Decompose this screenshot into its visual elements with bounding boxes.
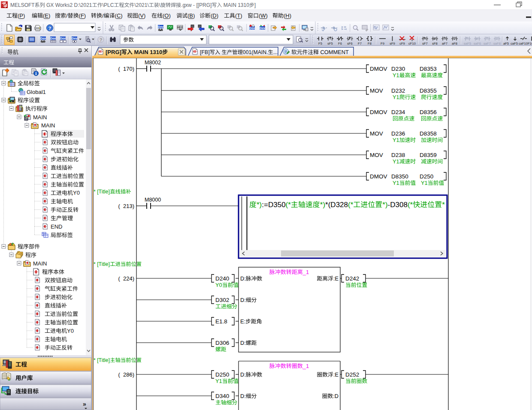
svg-text:Dev: Dev <box>249 27 255 30</box>
svg-text:D240: D240 <box>215 275 229 282</box>
svg-text:/: / <box>66 12 68 19</box>
svg-text:( 224): ( 224) <box>118 275 134 282</box>
svg-text:*: * <box>442 201 445 209</box>
svg-text:\PLC: \PLC <box>103 2 114 8</box>
svg-text:D236: D236 <box>391 130 405 137</box>
svg-text:_1: _1 <box>302 269 309 275</box>
svg-text:»: » <box>83 401 86 407</box>
svg-text:DMOV: DMOV <box>370 173 387 180</box>
svg-text::E: :E <box>333 275 339 282</box>
svg-text:D:: D: <box>240 371 246 378</box>
svg-text:(O): (O) <box>163 12 171 19</box>
svg-text:(*: (* <box>408 201 413 209</box>
svg-text:D232: D232 <box>391 87 405 94</box>
svg-text:(W): (W) <box>259 12 268 19</box>
svg-text:saF7: saF7 <box>484 42 491 45</box>
svg-text:(*: (* <box>348 201 354 209</box>
svg-text:F9: F9 <box>381 42 384 45</box>
svg-text:( 286): ( 286) <box>118 371 134 378</box>
svg-text:D250: D250 <box>215 371 229 378</box>
svg-text:Y0: Y0 <box>215 282 222 288</box>
svg-text:E:: E: <box>240 318 245 325</box>
svg-text:sF5: sF5 <box>327 42 333 45</box>
svg-text:Y0: Y0 <box>67 328 74 334</box>
svg-text:Y1: Y1 <box>393 180 399 186</box>
svg-text:(E): (E) <box>43 12 50 19</box>
svg-text:D340: D340 <box>215 393 229 399</box>
svg-text::=D350: :=D350 <box>262 201 285 209</box>
svg-text:Dev: Dev <box>60 37 66 40</box>
svg-text:.gxw - [[PRG]: .gxw - [[PRG] <box>181 2 212 8</box>
svg-text:D234: D234 <box>391 109 405 115</box>
svg-text:END: END <box>51 223 62 230</box>
svg-text:D302: D302 <box>215 297 229 303</box>
svg-text:caF5: caF5 <box>511 42 518 45</box>
svg-text:saF5: saF5 <box>464 42 471 45</box>
svg-text:(T): (T) <box>235 12 242 19</box>
svg-text:(D): (D) <box>211 12 218 19</box>
svg-text:D230: D230 <box>391 66 405 72</box>
svg-text:Y1: Y1 <box>393 94 399 100</box>
svg-text:cF9: cF9 <box>399 42 405 45</box>
svg-text:cF10: cF10 <box>408 42 416 45</box>
svg-text:*): *) <box>382 201 387 209</box>
svg-text:*(D328: *(D328 <box>325 201 348 209</box>
svg-text:...: ... <box>273 49 278 55</box>
svg-text:(B): (B) <box>187 12 195 19</box>
svg-text:[PRG]: [PRG] <box>106 49 121 55</box>
svg-text:Y1: Y1 <box>421 180 428 186</box>
svg-text:D8356: D8356 <box>420 109 437 115</box>
svg-text:Y1: Y1 <box>393 158 399 165</box>
svg-text:Y0: Y0 <box>73 190 80 196</box>
svg-text:E1.8: E1.8 <box>215 318 227 325</box>
svg-text:aF5: aF5 <box>503 42 509 45</box>
svg-text:sF6: sF6 <box>347 42 353 45</box>
svg-text:MELSOFT: MELSOFT <box>10 2 35 8</box>
svg-text:D8358: D8358 <box>420 130 437 137</box>
svg-text:D250: D250 <box>420 173 433 180</box>
svg-text:HEX: HEX <box>177 26 183 29</box>
svg-text:(F): (F) <box>79 12 86 19</box>
svg-text:Y1: Y1 <box>393 137 399 143</box>
svg-text:MAIN: MAIN <box>33 114 47 121</box>
svg-text:caF10: caF10 <box>519 42 528 45</box>
svg-text:(H): (H) <box>284 12 291 19</box>
svg-text:sF7: sF7 <box>422 42 428 45</box>
svg-text:?: ? <box>48 26 51 31</box>
svg-text:MAIN 1310: MAIN 1310 <box>224 2 249 8</box>
svg-text:DMOV: DMOV <box>370 66 387 72</box>
svg-text:sF8: sF8 <box>432 42 438 45</box>
svg-text:* [Title]: * [Title] <box>94 357 110 363</box>
svg-text:/: / <box>102 12 104 19</box>
svg-text:saF6: saF6 <box>474 42 481 45</box>
svg-text:*): *) <box>257 201 262 209</box>
svg-text:D8355: D8355 <box>420 87 437 94</box>
svg-text:F6: F6 <box>338 42 342 45</box>
svg-text:MOV: MOV <box>370 130 383 137</box>
svg-text:]: ] <box>254 2 256 8</box>
svg-text:D8359: D8359 <box>420 152 437 158</box>
svg-text:D242: D242 <box>345 275 359 282</box>
svg-text:Y1: Y1 <box>215 378 222 384</box>
svg-text:D306: D306 <box>215 340 229 346</box>
svg-text:* [Title]: * [Title] <box>94 189 110 195</box>
svg-text:MOV: MOV <box>370 152 383 158</box>
svg-text:MAIN: MAIN <box>33 260 47 267</box>
svg-text:D:: D: <box>240 393 246 399</box>
svg-text:-D308: -D308 <box>388 201 408 209</box>
svg-text:*): *) <box>320 201 325 209</box>
svg-text:(V): (V) <box>138 12 145 19</box>
svg-text:* [Title]: * [Title] <box>94 261 110 267</box>
svg-text:D252: D252 <box>345 371 359 378</box>
svg-text::E: :E <box>333 371 339 378</box>
svg-text:Dev: Dev <box>72 37 77 40</box>
svg-text:(P): (P) <box>18 12 25 19</box>
svg-text:MOV: MOV <box>370 87 383 94</box>
svg-text:D238: D238 <box>391 152 405 158</box>
svg-text:sF9: sF9 <box>390 42 395 45</box>
svg-text:_1: _1 <box>302 363 309 369</box>
svg-text::D: :D <box>333 393 339 399</box>
svg-text:Y1: Y1 <box>393 72 399 78</box>
svg-text:MAIN 1310: MAIN 1310 <box>134 49 162 55</box>
svg-text:MAIN: MAIN <box>41 122 55 129</box>
